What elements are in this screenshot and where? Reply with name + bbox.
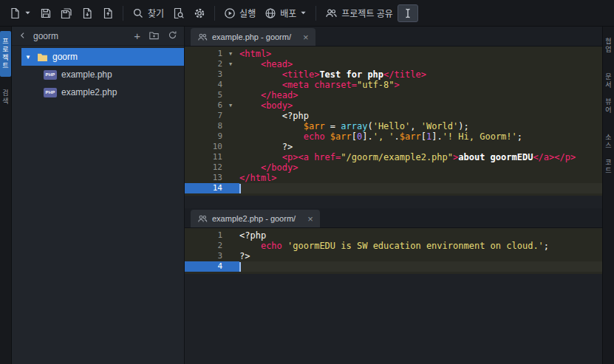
tree-row-goorm-folder[interactable]: ▼ goorm bbox=[21, 48, 184, 66]
folder-plus-icon bbox=[149, 30, 160, 41]
tree-row-file[interactable]: PHP example2.php bbox=[12, 83, 184, 101]
code-line[interactable]: 4 <meta charset="utf-8"> bbox=[185, 80, 602, 90]
code-line[interactable]: 7 <?php bbox=[185, 111, 602, 121]
code-text: </html> bbox=[239, 173, 602, 183]
refresh-button[interactable] bbox=[166, 30, 180, 42]
code-line[interactable]: 13</html> bbox=[185, 173, 602, 183]
code-line[interactable]: 4 bbox=[185, 261, 602, 272]
close-icon[interactable]: × bbox=[307, 214, 313, 224]
run-label: 실행 bbox=[239, 7, 256, 19]
cursor-tool-button[interactable] bbox=[398, 4, 418, 22]
add-file-button[interactable]: + bbox=[132, 30, 143, 42]
save-all-button[interactable] bbox=[56, 4, 77, 22]
editor-tabbar: example2.php - goorm/ × bbox=[185, 208, 602, 228]
people-icon bbox=[325, 7, 338, 18]
fold-gutter bbox=[226, 173, 239, 183]
line-number: 14 bbox=[185, 183, 226, 193]
code-line[interactable]: 1<?php bbox=[185, 230, 602, 241]
chevron-left-icon bbox=[18, 31, 27, 40]
fold-gutter bbox=[226, 131, 239, 142]
run-button[interactable]: 실행 bbox=[219, 4, 260, 22]
code-text: <body> bbox=[239, 100, 602, 111]
code-line[interactable]: 10 ?> bbox=[185, 142, 602, 152]
dock-tab-search[interactable]: 검색 bbox=[0, 83, 11, 112]
new-file-button[interactable] bbox=[4, 4, 35, 22]
code-text: $arr = array('Hello', 'World'); bbox=[239, 121, 602, 131]
text-cursor bbox=[239, 184, 241, 193]
code-editor[interactable]: 1<?php2 echo 'goormEDU is SW education e… bbox=[185, 228, 602, 274]
line-number: 4 bbox=[185, 261, 226, 272]
code-text bbox=[239, 183, 602, 193]
fold-caret-icon[interactable]: ▼ bbox=[226, 49, 239, 59]
main-area: 프로젝트 검색 goorm + ▼ bbox=[0, 27, 614, 364]
code-line[interactable]: 6▼ <body> bbox=[185, 100, 602, 111]
code-text: <html> bbox=[239, 49, 602, 59]
dock-tab-project[interactable]: 프로젝트 bbox=[0, 31, 11, 77]
code-text: ?> bbox=[239, 251, 602, 261]
line-number: 3 bbox=[185, 69, 226, 80]
file-upload-button[interactable] bbox=[98, 4, 118, 22]
code-line[interactable]: 5 </head> bbox=[185, 90, 602, 100]
dock-tab-collaboration[interactable]: 협업 bbox=[603, 31, 614, 61]
dock-tab-doc-viewer[interactable]: 문서 뷰어 bbox=[603, 66, 614, 121]
collaborators-icon bbox=[197, 214, 208, 223]
line-number: 3 bbox=[185, 251, 226, 261]
editor-surface[interactable]: 1<?php2 echo 'goormEDU is SW education e… bbox=[185, 228, 602, 364]
settings-button[interactable] bbox=[189, 4, 210, 22]
save-icon bbox=[40, 7, 52, 19]
file-upload-icon bbox=[102, 7, 114, 19]
file-download-icon bbox=[81, 7, 93, 19]
fold-caret-icon[interactable]: ▼ bbox=[226, 100, 239, 111]
folder-icon bbox=[37, 52, 48, 62]
code-line[interactable]: 14 bbox=[185, 183, 602, 193]
code-line[interactable]: 11 <p><a href="/goorm/example2.php">abou… bbox=[185, 152, 602, 162]
code-line[interactable]: 3?> bbox=[185, 251, 602, 261]
expand-caret-icon[interactable]: ▼ bbox=[25, 54, 33, 61]
file-tree: ▼ goorm PHP example.php PHP example2.php bbox=[12, 46, 184, 101]
editor-surface[interactable]: 1▼<html>2▼ <head>3 <title>Test for php</… bbox=[185, 47, 602, 208]
editor-tab-example-php[interactable]: example.php - goorm/ × bbox=[191, 28, 315, 46]
code-editor[interactable]: 1▼<html>2▼ <head>3 <title>Test for php</… bbox=[185, 47, 602, 196]
file-download-button[interactable] bbox=[77, 4, 98, 22]
explorer-header: goorm + bbox=[12, 27, 184, 46]
code-line[interactable]: 9 echo $arr[0].', '.$arr[1].'! Hi, Goorm… bbox=[185, 131, 602, 142]
code-text: ?> bbox=[239, 142, 602, 152]
code-line[interactable]: 2 echo 'goormEDU is SW education environ… bbox=[185, 241, 602, 251]
find-label: 찾기 bbox=[148, 7, 164, 19]
save-button[interactable] bbox=[35, 4, 56, 22]
deploy-button[interactable]: 배포 bbox=[260, 4, 311, 22]
code-line[interactable]: 3 <title>Test for php</title> bbox=[185, 69, 602, 80]
code-line[interactable]: 12 </body> bbox=[185, 162, 602, 173]
new-file-icon bbox=[9, 7, 21, 19]
line-number: 4 bbox=[185, 80, 226, 90]
fold-gutter bbox=[226, 230, 239, 241]
line-number: 12 bbox=[185, 162, 226, 173]
add-folder-button[interactable] bbox=[146, 30, 162, 43]
toolbar-separator bbox=[315, 6, 316, 21]
code-line[interactable]: 8 $arr = array('Hello', 'World'); bbox=[185, 121, 602, 131]
line-number: 9 bbox=[185, 131, 226, 142]
editor-tabbar: example.php - goorm/ × bbox=[185, 27, 602, 47]
file-name: example.php bbox=[61, 69, 112, 80]
code-text: </head> bbox=[239, 90, 602, 100]
close-icon[interactable]: × bbox=[303, 32, 309, 42]
code-text: echo $arr[0].', '.$arr[1].'! Hi, Goorm!'… bbox=[239, 131, 602, 142]
dock-tab-source-code[interactable]: 소스 코드 bbox=[603, 127, 614, 182]
editor-pane-top: example.php - goorm/ × 1▼<html>2▼ <head>… bbox=[185, 27, 602, 208]
toolbar: 찾기 실행 배포 프로젝트 공유 bbox=[0, 0, 614, 27]
editor-tab-example2-php[interactable]: example2.php - goorm/ × bbox=[191, 210, 320, 227]
fold-gutter bbox=[226, 183, 239, 193]
code-line[interactable]: 2▼ <head> bbox=[185, 59, 602, 69]
fold-caret-icon[interactable]: ▼ bbox=[226, 59, 239, 69]
save-all-icon bbox=[61, 7, 72, 19]
code-line[interactable]: 1▼<html> bbox=[185, 49, 602, 59]
toolbar-separator bbox=[123, 6, 123, 21]
collapse-panel-button[interactable] bbox=[16, 30, 30, 42]
find-in-files-button[interactable] bbox=[168, 4, 189, 22]
tree-row-file[interactable]: PHP example.php bbox=[12, 66, 184, 83]
fold-gutter bbox=[226, 261, 239, 272]
line-number: 6 bbox=[185, 100, 226, 111]
line-number: 8 bbox=[185, 121, 226, 131]
find-button[interactable]: 찾기 bbox=[128, 4, 168, 22]
share-project-button[interactable]: 프로젝트 공유 bbox=[321, 4, 398, 22]
